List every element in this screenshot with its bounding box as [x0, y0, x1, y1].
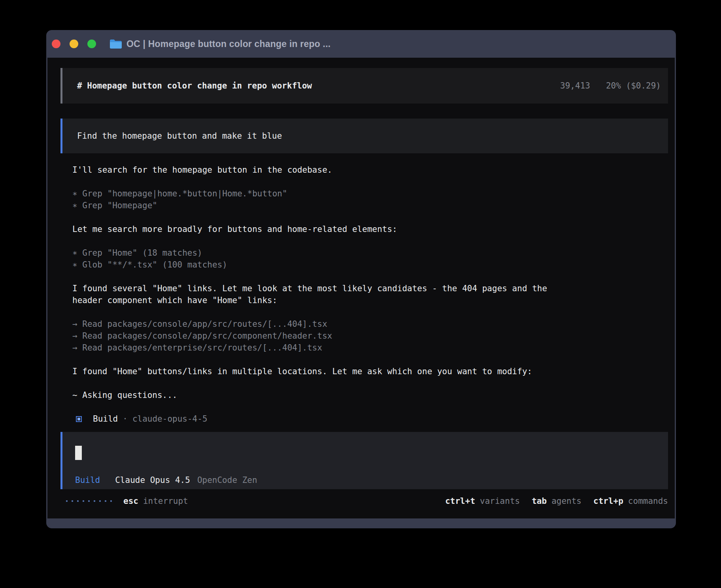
spinner-dots-icon	[66, 500, 112, 502]
variants-label: variants	[480, 495, 520, 507]
minimize-button[interactable]	[70, 40, 78, 48]
hint-commands: ctrl+p commands	[593, 495, 668, 507]
text-cursor	[75, 446, 82, 460]
close-button[interactable]	[52, 40, 60, 48]
terminal-window: OC | Homepage button color change in rep…	[46, 30, 676, 528]
status-bar: esc interrupt ctrl+t variants tab agents…	[60, 495, 668, 507]
token-count: 39,413	[560, 80, 590, 92]
model-id: claude-opus-4-5	[132, 413, 208, 425]
tool-call-list: ∗ Grep "Home" (18 matches) ∗ Glob "**/*.…	[72, 247, 668, 271]
agent-status-line: Build · claude-opus-4-5	[72, 413, 668, 425]
window-title: OC | Homepage button color change in rep…	[126, 39, 330, 49]
status-bar-left: esc interrupt	[60, 495, 188, 507]
window-titlebar[interactable]: OC | Homepage button color change in rep…	[46, 30, 676, 58]
assistant-status-text: ~ Asking questions...	[72, 389, 668, 401]
maximize-button[interactable]	[87, 40, 96, 48]
ctrl-t-key: ctrl+t	[445, 495, 475, 507]
folder-icon	[110, 39, 122, 49]
esc-key-action: interrupt	[143, 495, 188, 507]
conversation: I'll search for the homepage button in t…	[72, 164, 668, 425]
status-bar-right: ctrl+t variants tab agents ctrl+p comman…	[445, 495, 668, 507]
agent-mode-label[interactable]: Build	[75, 474, 100, 486]
provider-name: OpenCode Zen	[197, 474, 257, 486]
agent-icon	[76, 416, 82, 422]
window-controls	[52, 40, 96, 48]
hint-variants: ctrl+t variants	[445, 495, 520, 507]
esc-key-hint: esc	[123, 495, 138, 507]
user-message-text: Find the homepage button and make it blu…	[77, 130, 282, 142]
commands-label: commands	[628, 495, 668, 507]
model-name[interactable]: Claude Opus 4.5	[115, 474, 190, 486]
tool-call-list: ∗ Grep "homepage|home.*button|Home.*butt…	[72, 188, 668, 211]
session-stats: 39,413 20% ($0.29)	[560, 80, 661, 92]
agents-label: agents	[551, 495, 581, 507]
separator-dot: ·	[123, 413, 128, 425]
assistant-message: I found several "Home" links. Let me loo…	[72, 283, 668, 306]
agent-name: Build	[93, 413, 118, 425]
assistant-message: I found "Home" buttons/links in multiple…	[72, 366, 668, 377]
hint-agents: tab agents	[532, 495, 581, 507]
session-title: # Homepage button color change in repo w…	[77, 80, 312, 92]
assistant-message: Let me search more broadly for buttons a…	[72, 223, 668, 235]
prompt-input[interactable]: Build Claude Opus 4.5 OpenCode Zen	[60, 432, 668, 489]
tab-key: tab	[532, 495, 547, 507]
context-usage: 20% ($0.29)	[606, 80, 661, 92]
assistant-message: I'll search for the homepage button in t…	[72, 164, 668, 176]
input-status-line: Build Claude Opus 4.5 OpenCode Zen	[75, 474, 668, 486]
user-message: Find the homepage button and make it blu…	[60, 119, 668, 153]
tool-call-list: → Read packages/console/app/src/routes/[…	[72, 318, 668, 354]
session-header: # Homepage button color change in repo w…	[60, 68, 668, 104]
terminal-content: # Homepage button color change in repo w…	[47, 58, 675, 518]
ctrl-p-key: ctrl+p	[593, 495, 623, 507]
